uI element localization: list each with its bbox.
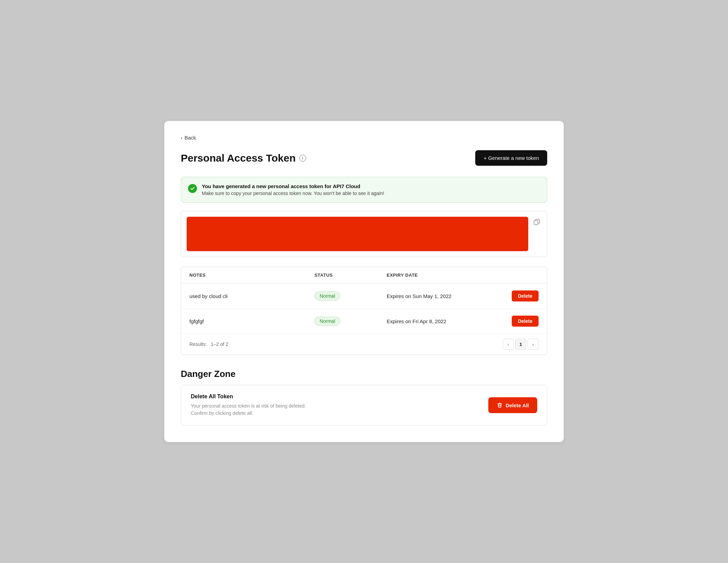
trash-icon xyxy=(497,402,503,408)
copy-token-button[interactable] xyxy=(532,217,541,228)
danger-zone-title: Danger Zone xyxy=(181,369,547,379)
token-box-wrapper xyxy=(181,211,547,257)
success-banner: You have generated a new personal access… xyxy=(181,177,547,203)
info-icon[interactable]: i xyxy=(299,155,306,162)
cell-notes: fgfgfgf xyxy=(181,309,306,334)
cell-expiry: Expires on Sun May 1, 2022 xyxy=(378,284,503,309)
col-header-notes: NOTES xyxy=(181,267,306,284)
danger-box-title: Delete All Token xyxy=(191,393,306,400)
cell-notes: used by cloud cli xyxy=(181,284,306,309)
status-badge: Normal xyxy=(314,291,340,300)
danger-zone-box: Delete All Token Your personal access to… xyxy=(181,385,547,426)
table-row: fgfgfgfNormalExpires on Fri Apr 8, 2022D… xyxy=(181,309,547,334)
pagination: ‹ 1 › xyxy=(503,339,539,350)
table-row: used by cloud cliNormalExpires on Sun Ma… xyxy=(181,284,547,309)
status-badge: Normal xyxy=(314,317,340,326)
page-title: Personal Access Token i xyxy=(181,152,306,164)
back-label: Back xyxy=(185,135,196,141)
col-header-status: STATUS xyxy=(306,267,378,284)
col-header-action xyxy=(503,267,547,284)
delete-token-button[interactable]: Delete xyxy=(512,316,539,327)
success-text-block: You have generated a new personal access… xyxy=(202,183,384,196)
delete-token-button[interactable]: Delete xyxy=(512,290,539,301)
success-subtitle: Make sure to copy your personal access t… xyxy=(202,191,384,196)
page-current-button[interactable]: 1 xyxy=(515,339,526,350)
svg-rect-0 xyxy=(534,221,538,225)
tokens-table: NOTES STATUS EXPIRY DATE used by cloud c… xyxy=(181,267,547,334)
back-link[interactable]: ‹ Back xyxy=(181,135,547,141)
success-title: You have generated a new personal access… xyxy=(202,183,384,189)
success-check-icon xyxy=(188,184,197,193)
page-next-button[interactable]: › xyxy=(528,339,539,350)
table-footer: Results: 1–2 of 2 ‹ 1 › xyxy=(181,334,547,355)
generate-token-button[interactable]: + Generate a new token xyxy=(475,150,547,166)
tokens-table-container: NOTES STATUS EXPIRY DATE used by cloud c… xyxy=(181,267,547,355)
cell-action: Delete xyxy=(503,309,547,334)
cell-expiry: Expires on Fri Apr 8, 2022 xyxy=(378,309,503,334)
col-header-expiry: EXPIRY DATE xyxy=(378,267,503,284)
cell-action: Delete xyxy=(503,284,547,309)
header-row: Personal Access Token i + Generate a new… xyxy=(181,150,547,166)
danger-box-text: Delete All Token Your personal access to… xyxy=(191,393,306,417)
cell-status: Normal xyxy=(306,309,378,334)
back-arrow-icon: ‹ xyxy=(181,135,183,141)
token-display xyxy=(187,217,528,251)
cell-status: Normal xyxy=(306,284,378,309)
delete-all-button[interactable]: Delete All xyxy=(488,397,537,413)
page-prev-button[interactable]: ‹ xyxy=(503,339,514,350)
table-header-row: NOTES STATUS EXPIRY DATE xyxy=(181,267,547,284)
danger-box-desc: Your personal access token is at risk of… xyxy=(191,402,306,417)
results-text: Results: 1–2 of 2 xyxy=(189,341,228,347)
